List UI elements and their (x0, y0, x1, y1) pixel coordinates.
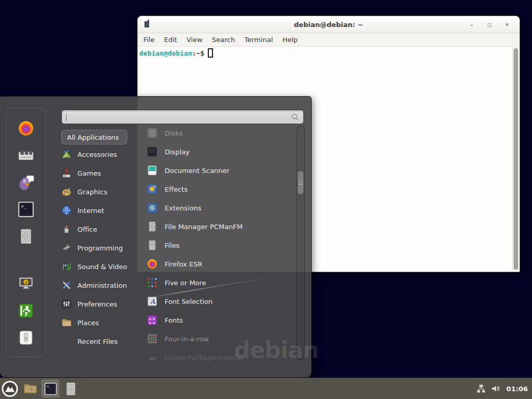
document-scanner-icon (147, 165, 159, 176)
svg-text:>_: >_ (46, 384, 51, 388)
menu-file[interactable]: File (139, 33, 159, 46)
maximize-button[interactable]: □ (484, 20, 495, 30)
graphics-icon (61, 187, 73, 197)
taskbar-file-manager[interactable] (21, 380, 39, 397)
favorite-terminal[interactable]: >_ (17, 201, 35, 218)
internet-icon (61, 205, 73, 216)
menu-help[interactable]: Help (277, 33, 302, 46)
app-item-files[interactable]: Files (147, 236, 295, 255)
games-icon (61, 168, 73, 178)
menu-terminal[interactable]: Terminal (240, 33, 277, 46)
app-item-disks[interactable]: Disks (147, 124, 295, 142)
app-item-firefox-esr[interactable]: Firefox ESR (147, 255, 295, 273)
app-item-document-scanner[interactable]: Document Scanner (147, 161, 295, 180)
favorite-pidgin[interactable] (17, 174, 35, 191)
extensions-icon (147, 202, 159, 214)
favorites-column: >_ (6, 108, 46, 357)
app-item-effects[interactable]: Effects (147, 180, 295, 198)
search-caret (66, 113, 66, 121)
menu-view[interactable]: View (182, 33, 207, 46)
font-selection-icon: A (147, 296, 159, 307)
network-icon[interactable] (476, 384, 486, 393)
app-item-font-selection[interactable]: A Font Selection (147, 292, 295, 311)
category-graphics[interactable]: Graphics (61, 182, 150, 201)
menu-scrollbar[interactable] (296, 125, 305, 360)
app-item-fonts[interactable]: a aa a Fonts (147, 311, 295, 329)
app-item-gdebi[interactable]: GDebi Package Installer (147, 348, 295, 367)
category-internet[interactable]: Internet (61, 201, 150, 220)
category-programming[interactable]: Programming (61, 238, 150, 257)
taskbar-clock[interactable]: 01:06 (507, 385, 528, 393)
prompt-user-host: debian@debian (139, 49, 192, 57)
folder-icon (24, 384, 37, 393)
effects-icon (147, 183, 159, 195)
terminal-icon: >_ (19, 202, 33, 217)
menu-edit[interactable]: Edit (159, 33, 182, 46)
app-item-display[interactable]: Display (147, 142, 295, 161)
app-item-extensions[interactable]: Extensions (147, 198, 295, 217)
terminal-icon: >_ (45, 383, 56, 394)
app-item-file-manager-pcmanfm[interactable]: File Manager PCManFM (147, 217, 295, 236)
logout-icon (19, 304, 33, 317)
pidgin-icon (19, 176, 34, 190)
sound-video-icon (61, 261, 73, 272)
app-item-four-in-a-row[interactable]: Four-in-a-row (147, 329, 295, 348)
shell-prompt: debian@debian:~$ (138, 47, 520, 58)
file-cabinet-icon (21, 229, 31, 244)
programming-icon (61, 243, 73, 253)
start-menu-button[interactable] (1, 380, 19, 397)
taskbar-terminal-active[interactable]: >_ (42, 380, 59, 397)
category-sound-video[interactable]: Sound & Video (61, 257, 150, 276)
menu-search-box[interactable] (61, 110, 304, 124)
preferences-icon (61, 299, 73, 309)
four-in-a-row-icon (147, 333, 159, 344)
menu-scrollbar-thumb[interactable] (297, 170, 304, 195)
file-cabinet-icon (147, 221, 159, 232)
favorite-logout[interactable] (17, 302, 35, 320)
accessories-icon (61, 149, 73, 159)
favorite-lock-screen[interactable] (17, 275, 35, 292)
category-all-applications[interactable]: All Applications (61, 130, 127, 144)
svg-text:>_: >_ (21, 204, 26, 209)
five-or-more-icon (147, 277, 159, 288)
office-icon (61, 224, 73, 234)
terminal-window-icon (144, 21, 149, 28)
terminal-scrollbar-thumb[interactable] (514, 48, 518, 270)
application-menu: debian >_ All Ap (0, 96, 312, 378)
volume-icon[interactable] (491, 384, 500, 393)
favorite-control-center[interactable] (17, 147, 35, 164)
category-accessories[interactable]: Accessories (61, 145, 150, 164)
scrollbar-grip-icon (299, 180, 303, 185)
app-item-five-or-more[interactable]: Five or More (147, 273, 295, 292)
file-cabinet-icon (66, 382, 75, 395)
minimize-button[interactable]: – (467, 20, 477, 30)
control-center-icon (19, 150, 33, 159)
application-list: Disks Display Document Scanner Effects E… (147, 124, 295, 367)
favorite-firefox[interactable] (17, 119, 35, 137)
category-places[interactable]: Places (61, 313, 150, 332)
menu-search[interactable]: Search (207, 33, 240, 46)
terminal-titlebar[interactable]: debian@debian: ~ – □ ✕ (138, 16, 520, 33)
category-preferences[interactable]: Preferences (61, 295, 150, 313)
category-games[interactable]: Games (61, 164, 150, 182)
category-recent-files[interactable]: Recent Files (61, 332, 150, 351)
administration-icon (61, 280, 73, 290)
display-icon (147, 146, 159, 157)
firefox-icon (19, 121, 33, 136)
places-icon (61, 317, 73, 328)
category-office[interactable]: Office (61, 220, 150, 238)
taskbar-files[interactable] (62, 380, 79, 397)
lock-screen-icon (19, 277, 33, 288)
search-input[interactable] (68, 113, 291, 121)
favorite-shutdown[interactable] (17, 329, 35, 347)
svg-text:a a: a a (149, 321, 155, 325)
terminal-scrollbar[interactable] (512, 47, 519, 271)
category-administration[interactable]: Administration (61, 276, 150, 295)
terminal-menubar: File Edit View Search Terminal Help (138, 33, 520, 47)
search-icon (291, 113, 299, 121)
file-cabinet-icon (147, 240, 159, 251)
close-button[interactable]: ✕ (502, 20, 512, 30)
favorite-file-manager[interactable] (17, 228, 35, 245)
firefox-icon (147, 258, 159, 270)
fonts-icon: a aa a (147, 314, 159, 326)
